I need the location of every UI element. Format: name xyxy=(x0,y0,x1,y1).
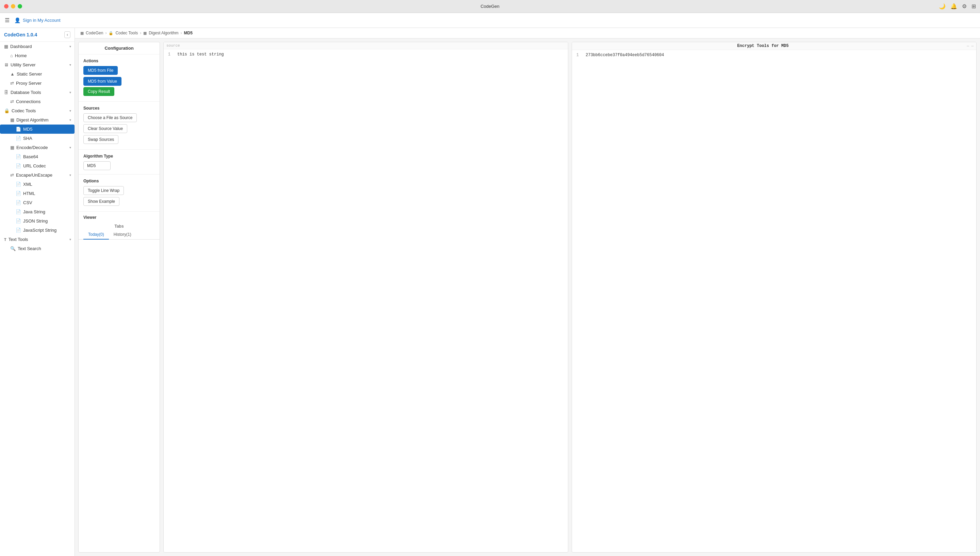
source-text[interactable]: this is test string xyxy=(174,52,568,550)
sidebar: CodeGen 1.0.4 ‹ ▦ Dashboard ⌂ Home 🖥 Uti… xyxy=(0,28,75,556)
app: ☰ 👤 Sign in My Account CodeGen 1.0.4 ‹ ▦… xyxy=(0,13,980,556)
sidebar-logo: CodeGen 1.0.4 xyxy=(4,32,37,37)
titlebar-actions: 🌙 🔔 ⚙ ⊞ xyxy=(939,3,976,10)
chevron-down-icon xyxy=(69,118,71,122)
algorithm-type-input[interactable] xyxy=(83,161,111,170)
source-editor-label: source xyxy=(166,44,180,48)
source-editor-toolbar: source xyxy=(164,42,568,49)
sidebar-item-xml[interactable]: 📄 XML xyxy=(0,179,74,189)
user-icon: 👤 xyxy=(14,17,21,23)
sidebar-item-label: HTML xyxy=(23,191,35,196)
tab-history[interactable]: History(1) xyxy=(109,230,136,239)
sidebar-item-dashboard[interactable]: ▦ Dashboard xyxy=(0,42,74,51)
sidebar-item-label: Base64 xyxy=(23,154,38,159)
sidebar-item-sha[interactable]: 📄 SHA xyxy=(0,134,74,143)
options-label: Options xyxy=(83,179,155,183)
swap-sources-button[interactable]: Swap Sources xyxy=(83,135,118,144)
text-icon: T xyxy=(4,238,6,242)
sidebar-item-proxy-server[interactable]: ⇄ Proxy Server xyxy=(0,79,74,88)
sidebar-item-csv[interactable]: 📄 CSV xyxy=(0,198,74,207)
chevron-down-icon xyxy=(69,45,71,48)
window-title: CodeGen xyxy=(481,4,499,9)
account-label: Sign in My Account xyxy=(23,18,61,23)
result-editor-content[interactable]: 1 273bb6ccebe37f0a494eeb5d76540604 xyxy=(572,50,976,552)
breadcrumb-sep-3: › xyxy=(181,31,182,36)
config-panel-header: Configuration xyxy=(79,42,160,55)
clear-source-button[interactable]: Clear Source Value xyxy=(83,124,127,133)
sidebar-item-url-codec[interactable]: 📄 URL Codec xyxy=(0,161,74,170)
moon-icon[interactable]: 🌙 xyxy=(939,3,946,10)
sidebar-item-label: Encode/Decode xyxy=(16,145,48,150)
result-line-number: 1 xyxy=(572,53,582,550)
sidebar-item-label: Home xyxy=(15,53,27,58)
sidebar-item-label: Text Tools xyxy=(8,237,28,242)
sidebar-item-base64[interactable]: 📄 Base64 xyxy=(0,152,74,161)
sidebar-item-digest-algorithm[interactable]: ▦ Digest Algorithm xyxy=(0,115,74,124)
sidebar-item-javascript-string[interactable]: 📄 JavaScript String xyxy=(0,226,74,235)
sidebar-item-label: CSV xyxy=(23,200,32,205)
lock-icon: 🔒 xyxy=(4,108,10,113)
sidebar-item-json-string[interactable]: 📄 JSON String xyxy=(0,217,74,226)
sidebar-item-label: Codec Tools xyxy=(11,108,36,113)
sources-section: Sources Choose a File as Source Clear So… xyxy=(79,102,160,150)
copy-result-button[interactable]: Copy Result xyxy=(83,87,114,96)
sidebar-item-text-tools[interactable]: T Text Tools xyxy=(0,235,74,244)
breadcrumb-sep-1: › xyxy=(105,31,107,36)
codegen-icon: ▦ xyxy=(80,31,84,36)
source-editor: source 1 this is test string xyxy=(163,42,568,553)
choose-file-button[interactable]: Choose a File as Source xyxy=(83,113,137,122)
doc-icon: 📄 xyxy=(16,182,21,187)
hamburger-button[interactable]: ☰ xyxy=(5,17,10,23)
sidebar-item-codec-tools[interactable]: 🔒 Codec Tools xyxy=(0,106,74,115)
sidebar-item-connections[interactable]: ⇄ Connections xyxy=(0,97,74,106)
sidebar-item-md5[interactable]: 📄 MD5 xyxy=(0,124,74,134)
breadcrumb-digest[interactable]: Digest Algorithm xyxy=(149,31,178,36)
sidebar-item-escape-unescape[interactable]: ⇄ Escape/UnEscape xyxy=(0,170,74,179)
grid-icon: ▦ xyxy=(4,44,8,49)
sidebar-item-home[interactable]: ⌂ Home xyxy=(0,51,74,60)
search-icon: 🔍 xyxy=(10,246,16,251)
gear-icon[interactable]: ⚙ xyxy=(962,3,967,10)
minimize-button[interactable] xyxy=(11,4,15,8)
layout-icon[interactable]: ⊞ xyxy=(972,3,976,10)
encode-icon: ▦ xyxy=(10,145,14,150)
breadcrumb-codegen[interactable]: CodeGen xyxy=(86,31,103,36)
content-area: ▦ CodeGen › 🔒 Codec Tools › ▦ Digest Alg… xyxy=(75,28,980,556)
tab-today[interactable]: Today(0) xyxy=(83,230,109,239)
close-button[interactable] xyxy=(4,4,8,8)
maximize-button[interactable] xyxy=(18,4,22,8)
bell-icon[interactable]: 🔔 xyxy=(950,3,957,10)
show-example-button[interactable]: Show Example xyxy=(83,197,119,206)
config-panel: Configuration Actions MD5 from File MD5 … xyxy=(78,42,160,553)
chevron-down-icon xyxy=(69,91,71,94)
sidebar-item-static-server[interactable]: ▲ Static Server xyxy=(0,70,74,79)
sidebar-item-encode-decode[interactable]: ▦ Encode/Decode xyxy=(0,143,74,152)
md5-from-file-button[interactable]: MD5 from File xyxy=(83,66,118,75)
algorithm-type-section: Algorithm Type xyxy=(79,150,160,175)
sidebar-item-java-string[interactable]: 📄 Java String xyxy=(0,207,74,217)
breadcrumb-codec-tools[interactable]: Codec Tools xyxy=(115,31,138,36)
result-editor-actions: — — xyxy=(953,44,974,48)
source-editor-content[interactable]: 1 this is test string xyxy=(164,49,568,552)
copy-result-group: Copy Result xyxy=(83,87,155,96)
algorithm-type-label: Algorithm Type xyxy=(83,154,155,158)
viewer-section: Viewer Tabs Today(0) History(1) xyxy=(79,212,160,239)
breadcrumb-md5: MD5 xyxy=(184,31,192,36)
account-menu[interactable]: 👤 Sign in My Account xyxy=(14,17,61,23)
sidebar-item-utility-server[interactable]: 🖥 Utility Server xyxy=(0,60,74,70)
toggle-line-wrap-button[interactable]: Toggle Line Wrap xyxy=(83,186,124,195)
result-text[interactable]: 273bb6ccebe37f0a494eeb5d76540604 xyxy=(582,53,976,550)
arrows-icon: ⇄ xyxy=(10,81,14,86)
chevron-down-icon xyxy=(69,238,71,241)
main-area: CodeGen 1.0.4 ‹ ▦ Dashboard ⌂ Home 🖥 Uti… xyxy=(0,28,980,556)
sidebar-item-html[interactable]: 📄 HTML xyxy=(0,189,74,198)
md5-from-value-button[interactable]: MD5 from Value xyxy=(83,77,121,86)
sidebar-collapse-button[interactable]: ‹ xyxy=(64,31,71,38)
doc-icon: 📄 xyxy=(16,200,21,205)
navbar: ☰ 👤 Sign in My Account xyxy=(0,13,980,28)
titlebar: CodeGen 🌙 🔔 ⚙ ⊞ xyxy=(0,0,980,13)
actions-buttons: MD5 from File MD5 from Value xyxy=(83,66,155,86)
doc-icon: 📄 xyxy=(16,191,21,196)
sidebar-item-text-search[interactable]: 🔍 Text Search xyxy=(0,244,74,253)
sidebar-item-database-tools[interactable]: 🗄 Database Tools xyxy=(0,88,74,97)
